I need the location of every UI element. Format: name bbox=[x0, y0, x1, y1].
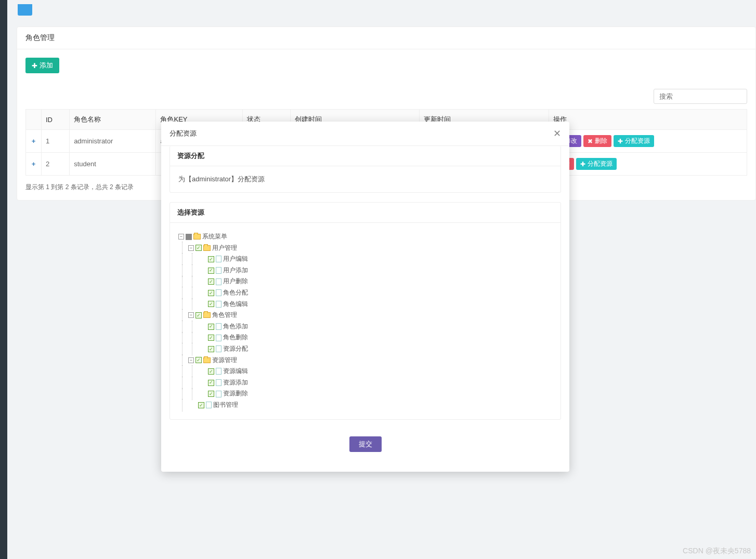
file-icon bbox=[216, 391, 221, 397]
section-select-resource: 选择资源 − 系统菜单 bbox=[170, 202, 561, 420]
tree-node-leaf[interactable]: ✓用户编辑 bbox=[178, 254, 552, 265]
checkbox-checked-icon[interactable]: ✓ bbox=[208, 335, 214, 341]
checkbox-checked-icon[interactable]: ✓ bbox=[198, 402, 204, 408]
checkbox-checked-icon[interactable]: ✓ bbox=[195, 245, 202, 251]
folder-icon bbox=[193, 234, 201, 239]
tree-label: 用户管理 bbox=[212, 243, 237, 254]
checkbox-checked-icon[interactable]: ✓ bbox=[208, 256, 214, 262]
tree-label: 角色编辑 bbox=[223, 299, 248, 310]
tree-label: 用户添加 bbox=[223, 265, 248, 276]
tree-node-root[interactable]: − 系统菜单 bbox=[178, 231, 552, 243]
file-icon bbox=[216, 335, 221, 341]
section-title: 资源分配 bbox=[170, 146, 561, 166]
close-icon[interactable]: ✕ bbox=[553, 128, 561, 139]
checkbox-checked-icon[interactable]: ✓ bbox=[208, 346, 214, 352]
checkbox-checked-icon[interactable]: ✓ bbox=[195, 357, 202, 363]
modal-header: 分配资源 ✕ bbox=[161, 122, 569, 146]
file-icon bbox=[206, 402, 212, 408]
file-icon bbox=[216, 289, 221, 296]
checkbox-checked-icon[interactable]: ✓ bbox=[195, 312, 202, 318]
tree-node-leaf[interactable]: ✓用户删除 bbox=[178, 276, 552, 287]
tree-node-leaf[interactable]: ✓角色删除 bbox=[178, 332, 552, 343]
tree-label: 角色添加 bbox=[223, 321, 248, 332]
checkbox-checked-icon[interactable]: ✓ bbox=[208, 380, 214, 386]
section-text: 为【administrator】分配资源 bbox=[170, 166, 561, 192]
folder-icon bbox=[203, 312, 211, 318]
tree-label: 角色分配 bbox=[223, 287, 248, 299]
checkbox-checked-icon[interactable]: ✓ bbox=[208, 324, 214, 330]
checkbox-checked-icon[interactable]: ✓ bbox=[208, 391, 214, 397]
tree-node-user-mgmt[interactable]: − ✓ 用户管理 bbox=[178, 243, 552, 254]
checkbox-checked-icon[interactable]: ✓ bbox=[208, 301, 214, 307]
tree-node-book-mgmt[interactable]: ✓ 图书管理 bbox=[178, 400, 552, 411]
tree-node-role-mgmt[interactable]: − ✓ 角色管理 bbox=[178, 310, 552, 321]
tree-node-leaf[interactable]: ✓用户添加 bbox=[178, 265, 552, 276]
resource-tree: − 系统菜单 − ✓ bbox=[170, 223, 561, 419]
file-icon bbox=[216, 345, 221, 352]
checkbox-checked-icon[interactable]: ✓ bbox=[208, 268, 214, 274]
tree-label: 资源分配 bbox=[223, 343, 248, 355]
folder-icon bbox=[203, 357, 211, 363]
tree-node-leaf[interactable]: ✓角色添加 bbox=[178, 321, 552, 332]
assign-resource-modal: 分配资源 ✕ 资源分配 为【administrator】分配资源 选择资源 − … bbox=[161, 122, 569, 472]
checkbox-partial-icon[interactable] bbox=[186, 234, 192, 240]
tree-label: 系统菜单 bbox=[202, 231, 227, 243]
tree-label: 资源添加 bbox=[223, 377, 248, 389]
checkbox-checked-icon[interactable]: ✓ bbox=[208, 278, 214, 285]
tree-label: 图书管理 bbox=[213, 400, 238, 411]
tree-node-leaf[interactable]: ✓资源添加 bbox=[178, 377, 552, 389]
file-icon bbox=[216, 379, 221, 386]
tree-node-leaf[interactable]: ✓角色分配 bbox=[178, 287, 552, 299]
tree-label: 资源管理 bbox=[212, 355, 237, 366]
file-icon bbox=[216, 256, 221, 262]
tree-node-leaf[interactable]: ✓资源分配 bbox=[178, 343, 552, 355]
checkbox-checked-icon[interactable]: ✓ bbox=[208, 368, 214, 375]
tree-label: 角色删除 bbox=[223, 332, 248, 343]
modal-footer: 提交 bbox=[170, 429, 561, 461]
collapse-icon[interactable]: − bbox=[188, 312, 194, 318]
collapse-icon[interactable]: − bbox=[178, 234, 184, 239]
modal-body: 资源分配 为【administrator】分配资源 选择资源 − 系统菜单 bbox=[161, 146, 569, 472]
file-icon bbox=[216, 368, 221, 375]
collapse-icon[interactable]: − bbox=[188, 357, 194, 363]
tree-label: 角色管理 bbox=[212, 310, 237, 321]
tree-node-res-mgmt[interactable]: − ✓ 资源管理 bbox=[178, 355, 552, 366]
tree-label: 资源编辑 bbox=[223, 366, 248, 377]
file-icon bbox=[216, 323, 221, 330]
file-icon bbox=[216, 267, 221, 274]
submit-button-label: 提交 bbox=[359, 440, 372, 449]
tree-node-leaf[interactable]: ✓资源编辑 bbox=[178, 366, 552, 377]
tree-node-leaf[interactable]: ✓资源删除 bbox=[178, 388, 552, 400]
tree-node-leaf[interactable]: ✓角色编辑 bbox=[178, 299, 552, 310]
submit-button[interactable]: 提交 bbox=[349, 436, 382, 452]
section-resource-assign: 资源分配 为【administrator】分配资源 bbox=[170, 146, 561, 193]
file-icon bbox=[216, 278, 221, 285]
tree-label: 用户编辑 bbox=[223, 254, 248, 265]
section-title: 选择资源 bbox=[170, 203, 561, 223]
modal-title: 分配资源 bbox=[170, 129, 197, 138]
tree-label: 用户删除 bbox=[223, 276, 248, 287]
checkbox-checked-icon[interactable]: ✓ bbox=[208, 290, 214, 296]
folder-icon bbox=[203, 245, 211, 251]
file-icon bbox=[216, 301, 221, 308]
tree-label: 资源删除 bbox=[223, 388, 248, 400]
collapse-icon[interactable]: − bbox=[188, 245, 194, 251]
